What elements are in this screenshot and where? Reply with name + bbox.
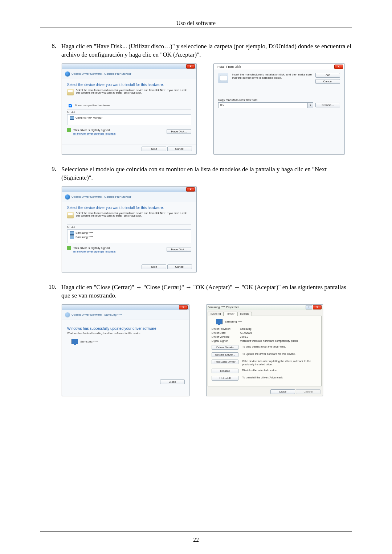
monitor-icon: [72, 339, 78, 344]
step-10: 10. Haga clic en "Close (Cerrar)" → "Clo…: [40, 283, 352, 300]
signing-link[interactable]: Tell me why driver signing is important: [73, 250, 115, 253]
update-driver-button[interactable]: Update Driver...: [212, 352, 238, 357]
value-version: 2.0.0.0: [240, 335, 318, 338]
close-icon[interactable]: X: [186, 187, 195, 192]
uninstall-desc: To uninstall the driver (Advanced).: [242, 376, 318, 379]
value-signer: microsoft windows hardware compatibility…: [240, 339, 318, 342]
label-version: Driver Version:: [212, 335, 240, 338]
label-date: Driver Date:: [212, 331, 240, 335]
disk-icon: [67, 212, 74, 218]
update-success-dialog: X ← Update Driver Software - Samsung ***…: [62, 304, 189, 396]
cancel-button: Cancel: [296, 389, 320, 394]
back-icon: ←: [65, 312, 70, 317]
close-icon[interactable]: X: [334, 65, 343, 69]
disk-icon: [67, 89, 74, 95]
step-number: 10.: [40, 283, 61, 300]
copy-from-label: Copy manufacturer's files from:: [218, 98, 340, 102]
install-from-disk-dialog: Install From Disk X Insert the manufactu…: [213, 63, 345, 155]
list-item[interactable]: Samsung ****: [70, 231, 189, 235]
list-item[interactable]: Generic PnP Monitor: [70, 116, 189, 120]
wizard-prompt: Select the device driver you want to ins…: [67, 206, 191, 210]
monitor-icon: [70, 235, 74, 239]
model-list[interactable]: Samsung **** Samsung ****: [67, 229, 191, 243]
breadcrumb: Update Driver Software - Generic PnP Mon…: [72, 195, 131, 198]
next-button[interactable]: Next: [142, 264, 166, 269]
rollback-driver-desc: If the device fails after updating the d…: [242, 360, 318, 366]
close-icon[interactable]: X: [313, 305, 322, 309]
tab-driver[interactable]: Driver: [224, 312, 237, 316]
path-value: D:\: [219, 103, 307, 108]
help-icon[interactable]: ?: [306, 305, 312, 309]
breadcrumb: Update Driver Software - Generic PnP Mon…: [72, 72, 131, 75]
step-number: 8.: [40, 42, 61, 59]
label-provider: Driver Provider:: [212, 327, 240, 331]
wizard-hint: Select the manufacturer and model of you…: [76, 89, 191, 95]
monitor-icon: [70, 231, 74, 235]
install-disk-msg: Insert the manufacturer's installation d…: [232, 73, 312, 84]
step-text: Seleccione el modelo que coincida con su…: [61, 165, 352, 182]
disable-desc: Disables the selected device.: [242, 369, 318, 372]
success-sub: Windows has finished installing the driv…: [67, 332, 184, 335]
step-text: Haga clic en "Close (Cerrar)" → "Close (…: [61, 283, 352, 300]
model-column-header: Model: [67, 111, 191, 114]
footer-rule: [40, 532, 352, 532]
page-number: 22: [0, 537, 392, 543]
tab-details[interactable]: Details: [237, 312, 252, 316]
update-driver-desc: To update the driver software for this d…: [242, 352, 318, 356]
close-button[interactable]: Close: [160, 379, 185, 384]
have-disk-button[interactable]: Have Disk...: [167, 129, 191, 134]
next-button[interactable]: Next: [142, 147, 166, 151]
device-name: Samsung ****: [225, 320, 242, 323]
close-icon[interactable]: X: [179, 305, 188, 309]
update-driver-wizard-dialog: X ← Update Driver Software - Generic PnP…: [62, 63, 197, 155]
page-header: Uso del software: [40, 20, 352, 26]
close-button[interactable]: Close: [270, 389, 295, 394]
uninstall-button[interactable]: Uninstall: [212, 376, 238, 381]
model-column-header: Model: [67, 226, 191, 229]
driver-details-desc: To view details about the driver files.: [242, 345, 318, 348]
model-list[interactable]: Generic PnP Monitor: [67, 114, 191, 125]
browse-button[interactable]: Browse...: [315, 103, 340, 107]
signed-text: This driver is digitally signed.: [73, 128, 110, 131]
step-9: 9. Seleccione el modelo que coincida con…: [40, 165, 352, 182]
chevron-down-icon[interactable]: ▼: [307, 103, 313, 108]
cancel-button[interactable]: Cancel: [167, 264, 192, 269]
value-date: 4/14/2005: [240, 331, 318, 335]
show-compatible-label: Show compatible hardware: [75, 104, 110, 107]
rollback-driver-button[interactable]: Roll Back Driver: [212, 360, 238, 364]
path-combo[interactable]: D:\ ▼: [218, 102, 313, 108]
back-icon[interactable]: ←: [65, 194, 70, 200]
tab-strip: General Driver Details: [207, 310, 323, 316]
wizard-hint: Select the manufacturer and model of you…: [76, 212, 191, 218]
value-provider: Samsung: [240, 327, 318, 331]
ok-button[interactable]: OK: [315, 73, 340, 78]
wizard-prompt: Select the device driver you want to ins…: [67, 83, 191, 87]
label-signer: Digital Signer:: [212, 339, 240, 342]
dialog-title: Install From Disk: [217, 65, 241, 69]
list-item[interactable]: Samsung ****: [70, 235, 189, 239]
device-name: Samsung ****: [80, 340, 98, 343]
cancel-button[interactable]: Cancel: [167, 147, 192, 151]
monitor-icon: [216, 319, 222, 324]
back-icon[interactable]: ←: [65, 71, 70, 77]
step-text: Haga clic en "Have Disk... (Utilizar dis…: [61, 42, 352, 59]
update-driver-wizard-dialog-2: X ← Update Driver Software - Generic PnP…: [62, 186, 197, 272]
step-8: 8. Haga clic en "Have Disk... (Utilizar …: [40, 42, 352, 59]
breadcrumb: Update Driver Software - Samsung ****: [72, 313, 122, 316]
signing-link[interactable]: Tell me why driver signing is important: [73, 132, 115, 135]
step-number: 9.: [40, 165, 61, 182]
floppy-icon: [218, 73, 228, 83]
tab-general[interactable]: General: [208, 312, 224, 316]
shield-icon: [67, 246, 71, 250]
cancel-button[interactable]: Cancel: [315, 79, 340, 84]
shield-icon: [67, 128, 71, 132]
signed-text: This driver is digitally signed.: [73, 246, 110, 249]
show-compatible-checkbox[interactable]: [69, 104, 72, 107]
close-icon[interactable]: X: [186, 64, 195, 69]
disable-button[interactable]: Disable: [212, 369, 238, 373]
driver-details-button[interactable]: Driver Details: [212, 345, 238, 350]
success-prompt: Windows has successfully updated your dr…: [67, 327, 184, 331]
have-disk-button[interactable]: Have Disk...: [167, 247, 191, 252]
dialog-title: Samsung **** Properties: [208, 305, 239, 309]
monitor-icon: [70, 116, 74, 120]
